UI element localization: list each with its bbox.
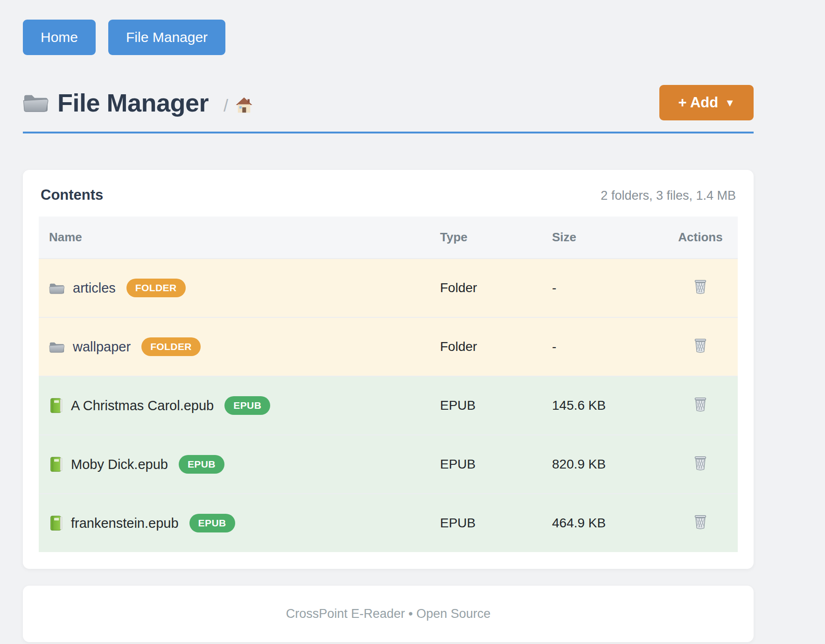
nav-file-manager-button[interactable]: File Manager <box>108 20 225 55</box>
delete-button[interactable] <box>692 337 708 354</box>
table-header-row: Name Type Size Actions <box>39 217 738 259</box>
item-name-link[interactable]: A Christmas Carol.epub <box>71 398 214 413</box>
column-header-name: Name <box>39 217 430 259</box>
table-row: articles FOLDER Folder - <box>39 259 738 317</box>
trash-icon <box>693 465 707 472</box>
footer-text: CrossPoint E-Reader • Open Source <box>286 607 491 621</box>
cell-type: Folder <box>430 317 542 376</box>
item-name-link[interactable]: articles <box>73 280 116 296</box>
chevron-down-icon: ▼ <box>725 97 735 109</box>
breadcrumb: / <box>224 96 253 116</box>
top-nav: Home File Manager <box>23 20 754 55</box>
type-badge: FOLDER <box>126 279 186 297</box>
type-badge: FOLDER <box>141 337 201 356</box>
book-icon <box>49 515 63 531</box>
item-name-link[interactable]: frankenstein.epub <box>71 516 179 531</box>
trash-icon <box>693 406 707 413</box>
table-row: Moby Dick.epub EPUB EPUB 820.9 KB <box>39 435 738 494</box>
breadcrumb-home-link[interactable] <box>235 96 253 116</box>
page-title: File Manager <box>57 88 209 117</box>
footer-card: CrossPoint E-Reader • Open Source <box>23 586 754 642</box>
cell-type: EPUB <box>430 435 542 494</box>
page-header: File Manager / + Add ▼ <box>23 85 754 120</box>
file-manager-page: Home File Manager File Manager / + Add ▼ <box>0 0 825 642</box>
folder-icon <box>49 281 65 295</box>
column-header-actions: Actions <box>663 217 738 259</box>
contents-summary: 2 folders, 3 files, 1.4 MB <box>601 189 736 203</box>
type-badge: EPUB <box>189 514 235 532</box>
cell-size: 145.6 KB <box>542 376 663 435</box>
table-row: A Christmas Carol.epub EPUB EPUB 145.6 K… <box>39 376 738 435</box>
folder-icon <box>49 340 65 354</box>
cell-type: Folder <box>430 259 542 317</box>
cell-size: 464.9 KB <box>542 494 663 552</box>
add-button-label: + Add <box>678 94 718 111</box>
table-row: frankenstein.epub EPUB EPUB 464.9 KB <box>39 494 738 552</box>
header-divider <box>23 132 754 133</box>
folder-icon <box>23 91 49 114</box>
trash-icon <box>693 524 707 531</box>
contents-card: Contents 2 folders, 3 files, 1.4 MB Name… <box>23 170 754 569</box>
breadcrumb-separator: / <box>224 96 228 116</box>
house-icon <box>235 107 253 115</box>
cell-size: - <box>542 317 663 376</box>
book-icon <box>49 456 63 472</box>
trash-icon <box>693 289 707 296</box>
delete-button[interactable] <box>692 396 708 413</box>
column-header-type: Type <box>430 217 542 259</box>
trash-icon <box>693 348 707 355</box>
cell-size: 820.9 KB <box>542 435 663 494</box>
item-name-link[interactable]: wallpaper <box>73 339 131 355</box>
files-table: Name Type Size Actions articles FOLDER F… <box>39 217 738 552</box>
table-row: wallpaper FOLDER Folder - <box>39 317 738 376</box>
cell-size: - <box>542 259 663 317</box>
delete-button[interactable] <box>692 455 708 472</box>
column-header-size: Size <box>542 217 663 259</box>
nav-home-button[interactable]: Home <box>23 20 96 55</box>
cell-type: EPUB <box>430 494 542 552</box>
delete-button[interactable] <box>692 278 708 295</box>
type-badge: EPUB <box>179 455 224 474</box>
add-button[interactable]: + Add ▼ <box>659 85 754 120</box>
delete-button[interactable] <box>692 513 708 531</box>
book-icon <box>49 398 63 413</box>
type-badge: EPUB <box>224 396 270 415</box>
card-title: Contents <box>41 187 103 203</box>
cell-type: EPUB <box>430 376 542 435</box>
item-name-link[interactable]: Moby Dick.epub <box>71 457 168 472</box>
